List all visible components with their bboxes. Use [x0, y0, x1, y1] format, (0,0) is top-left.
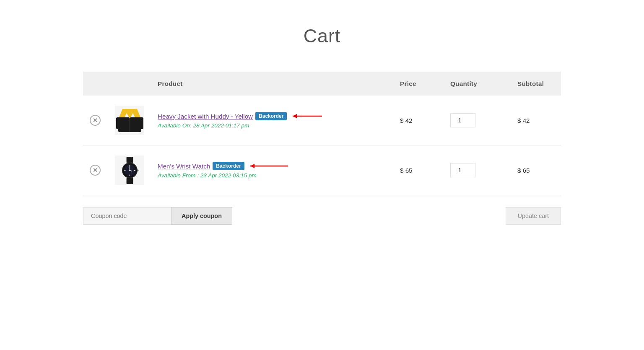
product-cell-2: Men's Wrist Watch Backorder Available Fr…: [151, 145, 393, 195]
apply-coupon-button[interactable]: Apply coupon: [171, 207, 232, 225]
subtotal-cell-2: $ 65: [511, 145, 561, 195]
image-cell-2: [108, 145, 151, 195]
subtotal-value-1: $ 42: [517, 117, 530, 124]
subtotal-value-2: $ 65: [517, 167, 530, 174]
product-cell-1: Heavy Jacket with Huddy - Yellow Backord…: [151, 96, 393, 145]
coupon-area: Apply coupon: [83, 207, 232, 225]
col-header-price: Price: [393, 72, 444, 96]
jacket-image-svg: [116, 107, 143, 134]
update-cart-button[interactable]: Update cart: [506, 207, 561, 225]
cart-table: Product Price Quantity Subtotal ✕: [83, 72, 561, 195]
remove-cell-2: ✕: [83, 145, 108, 195]
quantity-cell-2: [444, 145, 511, 195]
backorder-badge-2: Backorder: [213, 162, 244, 170]
remove-icon-2: ✕: [90, 165, 101, 176]
available-text-1: Available On: 28 Apr 2022 01:17 pm: [158, 122, 387, 129]
backorder-arrow-1: [289, 112, 323, 120]
subtotal-cell-1: $ 42: [511, 96, 561, 145]
remove-button-1[interactable]: ✕: [90, 115, 101, 126]
svg-rect-3: [138, 117, 143, 129]
product-link-1[interactable]: Heavy Jacket with Huddy - Yellow: [158, 113, 253, 120]
col-header-image: [108, 72, 151, 96]
remove-cell-1: ✕: [83, 96, 108, 145]
svg-rect-2: [116, 117, 121, 129]
col-header-quantity: Quantity: [444, 72, 511, 96]
quantity-input-2[interactable]: [450, 163, 475, 177]
cart-actions: Apply coupon Update cart: [83, 195, 561, 241]
svg-point-17: [129, 170, 130, 171]
backorder-badge-1: Backorder: [255, 112, 287, 120]
page-title: Cart: [83, 25, 561, 47]
table-row: ✕: [83, 145, 561, 195]
available-text-2: Available From : 23 Apr 2022 03:15 pm: [158, 172, 387, 179]
product-name-row-2: Men's Wrist Watch Backorder: [158, 162, 387, 170]
price-value-1: $ 42: [400, 117, 413, 124]
price-cell-1: $ 42: [393, 96, 444, 145]
svg-rect-18: [137, 169, 138, 171]
price-value-2: $ 65: [400, 167, 413, 174]
svg-rect-7: [126, 178, 133, 184]
image-cell-1: [108, 96, 151, 145]
product-name-row-1: Heavy Jacket with Huddy - Yellow Backord…: [158, 112, 387, 120]
col-header-remove: [83, 72, 108, 96]
svg-marker-20: [250, 164, 254, 168]
quantity-input-1[interactable]: [450, 113, 475, 127]
product-image-watch: [115, 156, 144, 185]
table-header-row: Product Price Quantity Subtotal: [83, 72, 561, 96]
table-row: ✕: [83, 96, 561, 145]
col-header-subtotal: Subtotal: [511, 72, 561, 96]
remove-icon-1: ✕: [90, 115, 101, 126]
product-image-jacket: [115, 106, 144, 135]
remove-button-2[interactable]: ✕: [90, 165, 101, 176]
product-info-1: Heavy Jacket with Huddy - Yellow Backord…: [158, 112, 387, 129]
col-header-product: Product: [151, 72, 393, 96]
page-title-area: Cart: [83, 0, 561, 72]
price-cell-2: $ 65: [393, 145, 444, 195]
quantity-cell-1: [444, 96, 511, 145]
svg-rect-6: [126, 157, 133, 163]
product-link-2[interactable]: Men's Wrist Watch: [158, 163, 210, 170]
product-info-2: Men's Wrist Watch Backorder Available Fr…: [158, 162, 387, 179]
watch-image-svg: [118, 157, 141, 184]
backorder-arrow-2: [247, 162, 289, 170]
svg-marker-5: [293, 114, 297, 118]
coupon-input[interactable]: [83, 207, 171, 225]
